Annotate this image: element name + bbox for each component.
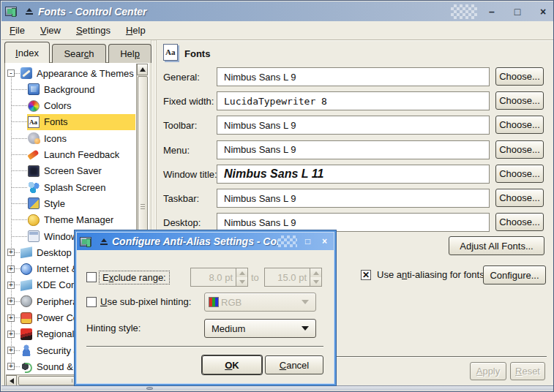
- configure-button[interactable]: Configure...: [483, 265, 546, 284]
- antialias-checkbox[interactable]: ✕: [361, 270, 371, 280]
- control-center-window: Fonts - Control Center – □ × File View S…: [0, 0, 554, 392]
- subpixel-label[interactable]: Use sub-pixel hinting:: [100, 296, 191, 307]
- appearance-themes-icon: [20, 67, 32, 79]
- font-row-label: Fixed width:: [163, 96, 214, 107]
- exclude-range-checkbox[interactable]: [86, 272, 97, 282]
- tab-index[interactable]: Index: [4, 42, 50, 63]
- close-button[interactable]: ×: [536, 4, 550, 19]
- font-preview-field: LucidaTypewriter 8: [217, 91, 490, 110]
- font-row-label: Desktop:: [163, 217, 201, 228]
- tree-connector: [12, 138, 27, 139]
- tree-connector: [15, 317, 20, 318]
- tree-expander-icon[interactable]: -: [7, 69, 15, 77]
- tree-item[interactable]: Splash Screen: [6, 179, 135, 195]
- menu-file[interactable]: File: [10, 25, 25, 36]
- peripherals-icon: [20, 295, 32, 307]
- tree-item-label: Desktop: [37, 247, 72, 258]
- subpixel-checkbox[interactable]: [86, 297, 97, 307]
- choose-button[interactable]: Choose...: [495, 67, 544, 86]
- choose-button[interactable]: Choose...: [495, 189, 544, 207]
- tree-expander-icon[interactable]: +: [7, 363, 15, 370]
- window-bottom-frame: [1, 385, 554, 391]
- tree-expander-icon[interactable]: +: [7, 249, 15, 256]
- power-control-icon: [20, 312, 32, 324]
- tree-connector: [12, 236, 27, 237]
- left-arrow-icon: [10, 378, 14, 384]
- tree-expander-icon[interactable]: +: [7, 298, 15, 305]
- spin-up-icon: [239, 271, 245, 275]
- tree-expander-icon[interactable]: +: [7, 347, 15, 354]
- shade-icon: [26, 8, 33, 15]
- exclude-range-label[interactable]: Exclude range:: [99, 271, 170, 284]
- hinting-style-dropdown[interactable]: Medium: [204, 319, 316, 338]
- menubar: File View Settings Help: [1, 21, 554, 40]
- tree-expander-icon[interactable]: +: [7, 331, 15, 338]
- tree-expander-icon[interactable]: +: [7, 265, 15, 273]
- tree-connector: [15, 350, 20, 351]
- tree-item[interactable]: - Appearance & Themes: [6, 65, 135, 81]
- tree-item-label: Sound &: [37, 361, 73, 372]
- minimize-button[interactable]: –: [484, 4, 499, 19]
- tree-item[interactable]: Fonts: [6, 114, 135, 130]
- tree-connector: [12, 121, 27, 122]
- launch-feedback-icon: [28, 149, 40, 161]
- scroll-up-button[interactable]: [137, 64, 148, 75]
- chevron-down-icon: [302, 300, 309, 304]
- tree-connector: [12, 219, 27, 220]
- tree-item[interactable]: Screen Saver: [6, 163, 135, 179]
- choose-button[interactable]: Choose...: [495, 140, 544, 159]
- antialias-dialog: Configure Anti-Alias Settings - Contr □ …: [75, 230, 336, 385]
- tree-connector: [12, 154, 27, 155]
- font-row: General: Nimbus Sans L 9 Choose...: [160, 67, 554, 86]
- menu-help[interactable]: Help: [126, 25, 146, 36]
- range-to-word: to: [251, 272, 259, 283]
- tree-connector: [15, 73, 20, 74]
- tree-item-label: Appearance & Themes: [37, 68, 134, 79]
- tree-expander-icon[interactable]: +: [7, 282, 15, 289]
- tree-expander-icon[interactable]: +: [7, 314, 15, 322]
- tree-connector: [12, 89, 27, 90]
- tree-item-label: Style: [44, 198, 65, 209]
- tree-item[interactable]: Colors: [6, 98, 135, 114]
- font-row-label: Window title:: [163, 169, 217, 180]
- tree-item[interactable]: Theme Manager: [6, 212, 135, 228]
- tree-item-label: Background: [44, 84, 94, 95]
- regional-icon: [20, 328, 32, 340]
- scroll-left-button[interactable]: [6, 375, 17, 386]
- dialog-maximize-button[interactable]: □: [302, 235, 314, 248]
- dialog-close-button[interactable]: ×: [318, 235, 331, 248]
- tab-search[interactable]: Search: [52, 44, 106, 63]
- choose-button[interactable]: Choose...: [495, 213, 544, 231]
- maximize-button[interactable]: □: [510, 4, 525, 19]
- dialog-titlebar-decoration: [278, 235, 297, 247]
- sound-icon: [20, 361, 32, 372]
- menu-view[interactable]: View: [40, 25, 61, 36]
- font-row: Desktop: Nimbus Sans L 9 Choose...: [160, 213, 554, 232]
- tree-item[interactable]: Style: [6, 195, 135, 211]
- tree-item[interactable]: Icons: [6, 130, 135, 146]
- choose-button[interactable]: Choose...: [495, 165, 544, 183]
- ok-button[interactable]: OK: [202, 355, 262, 374]
- rgb-stripes-icon: [209, 297, 219, 307]
- choose-button[interactable]: Choose...: [495, 116, 544, 134]
- tree-connector: [15, 284, 20, 285]
- menu-settings[interactable]: Settings: [76, 25, 111, 36]
- security-icon: [20, 344, 32, 356]
- choose-button[interactable]: Choose...: [495, 91, 544, 110]
- tree-item[interactable]: Launch Feedback: [6, 147, 135, 163]
- splitter-grip-icon[interactable]: [146, 387, 153, 390]
- tree-item-label: Colors: [44, 100, 72, 111]
- tree-item-label: Regional: [37, 328, 74, 339]
- fonts-page-icon: [163, 44, 178, 61]
- tab-help[interactable]: Help: [108, 44, 151, 63]
- font-preview-field: Nimbus Sans L 9: [217, 67, 490, 86]
- tree-item-label: KDE Com: [37, 279, 79, 290]
- antialias-checkbox-label[interactable]: Use anti-aliasing for fonts: [377, 269, 484, 280]
- desktop-icon: [20, 246, 32, 258]
- colors-icon: [28, 100, 40, 112]
- font-row-label: Menu:: [163, 145, 190, 156]
- adjust-all-fonts-button[interactable]: Adjust All Fonts...: [449, 236, 544, 255]
- tree-item[interactable]: Background: [6, 81, 135, 97]
- dialog-app-icon: [80, 237, 91, 246]
- cancel-button[interactable]: Cancel: [265, 355, 323, 374]
